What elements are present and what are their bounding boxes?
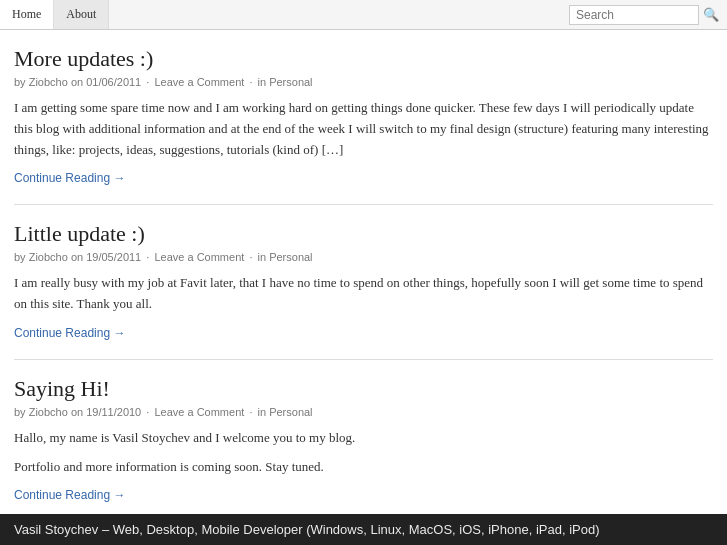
post-3-category[interactable]: Personal <box>269 406 312 418</box>
post-1-by: by <box>14 76 26 88</box>
post-2-meta: by Ziobcho on 19/05/2011 · Leave a Comme… <box>14 251 713 263</box>
post-1-sep2: · <box>249 76 252 88</box>
post-3-title: Saying Hi! <box>14 376 713 402</box>
post-2-category[interactable]: Personal <box>269 251 312 263</box>
post-3: Saying Hi! by Ziobcho on 19/11/2010 · Le… <box>14 360 713 520</box>
post-1-on: on <box>71 76 86 88</box>
search-button[interactable]: 🔍 <box>699 5 723 24</box>
post-1-in: in <box>258 76 267 88</box>
post-2-on: on <box>71 251 86 263</box>
post-1: More updates :) by Ziobcho on 01/06/2011… <box>14 30 713 205</box>
post-3-meta: by Ziobcho on 19/11/2010 · Leave a Comme… <box>14 406 713 418</box>
post-1-meta: by Ziobcho on 01/06/2011 · Leave a Comme… <box>14 76 713 88</box>
post-3-line-2: Portfolio and more information is coming… <box>14 457 713 478</box>
header: Home About 🔍 <box>0 0 727 30</box>
post-3-author[interactable]: Ziobcho <box>29 406 68 418</box>
nav-about[interactable]: About <box>54 0 109 29</box>
main-nav: Home About <box>0 0 109 29</box>
post-3-line-1: Hallo, my name is Vasil Stoychev and I w… <box>14 428 713 449</box>
nav-home[interactable]: Home <box>0 0 54 29</box>
post-1-date: 01/06/2011 <box>86 76 141 88</box>
post-3-on: on <box>71 406 86 418</box>
post-3-leave-comment[interactable]: Leave a Comment <box>154 406 244 418</box>
main-content: More updates :) by Ziobcho on 01/06/2011… <box>0 30 727 545</box>
search-area: 🔍 <box>569 5 727 25</box>
post-2-continue[interactable]: Continue Reading → <box>14 326 125 340</box>
post-1-continue[interactable]: Continue Reading → <box>14 171 125 185</box>
post-3-content: Hallo, my name is Vasil Stoychev and I w… <box>14 428 713 478</box>
post-2-in: in <box>258 251 267 263</box>
post-1-content: I am getting some spare time now and I a… <box>14 98 713 160</box>
post-3-continue[interactable]: Continue Reading → <box>14 488 713 502</box>
post-2: Little update :) by Ziobcho on 19/05/201… <box>14 205 713 360</box>
post-1-title: More updates :) <box>14 46 713 72</box>
post-3-date: 19/11/2010 <box>86 406 141 418</box>
post-3-by: by <box>14 406 26 418</box>
search-input[interactable] <box>569 5 699 25</box>
post-2-title: Little update :) <box>14 221 713 247</box>
footer: Vasil Stoychev – Web, Desktop, Mobile De… <box>0 514 727 545</box>
post-1-category[interactable]: Personal <box>269 76 312 88</box>
post-2-sep1: · <box>146 251 149 263</box>
post-2-sep2: · <box>249 251 252 263</box>
post-2-date: 19/05/2011 <box>86 251 141 263</box>
post-2-content: I am really busy with my job at Favit la… <box>14 273 713 315</box>
post-3-in: in <box>258 406 267 418</box>
post-3-sep1: · <box>146 406 149 418</box>
post-2-author[interactable]: Ziobcho <box>29 251 68 263</box>
post-2-by: by <box>14 251 26 263</box>
footer-text: Vasil Stoychev – Web, Desktop, Mobile De… <box>14 522 600 537</box>
post-1-author[interactable]: Ziobcho <box>29 76 68 88</box>
post-3-sep2: · <box>249 406 252 418</box>
post-1-sep1: · <box>146 76 149 88</box>
post-2-leave-comment[interactable]: Leave a Comment <box>154 251 244 263</box>
post-1-leave-comment[interactable]: Leave a Comment <box>154 76 244 88</box>
